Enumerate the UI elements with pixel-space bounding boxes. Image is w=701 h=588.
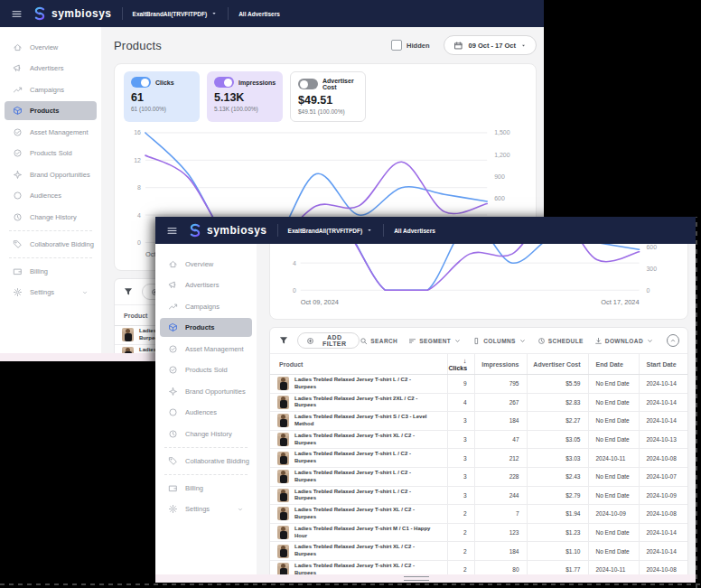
product-name: Ladies Trebled Relaxed Jersey T-shirt XL… <box>294 507 432 521</box>
sidebar-item-audiences[interactable]: Audiences <box>5 186 97 205</box>
table-row[interactable]: Ladies Trebled Relaxed Jersey T-shirt L … <box>270 449 687 468</box>
menu-icon[interactable] <box>11 8 23 20</box>
advertiser-scope[interactable]: All Advertisers <box>238 11 280 17</box>
column-header-start-date[interactable]: Start Date <box>639 354 687 375</box>
columns-button[interactable]: COLUMNS <box>472 337 527 345</box>
advertiser-cost-toggle[interactable] <box>298 79 318 89</box>
metric-detail: $49.51 (100.00%) <box>298 108 358 115</box>
account-name: ExaltBrandAll(TRVFITPDF) <box>288 228 363 234</box>
cell-cost: $3.03 <box>527 449 588 468</box>
topbar-divider <box>383 224 384 237</box>
column-header-product[interactable]: Product <box>270 354 447 375</box>
sidebar-item-collaborative-bidding[interactable]: Collaborative Bidding <box>5 235 97 254</box>
add-filter-button[interactable]: ADD FILTER <box>297 332 360 349</box>
sidebar-item-campaigns[interactable]: Campaigns <box>160 297 252 316</box>
sidebar-item-change-history[interactable]: Change History <box>5 208 97 227</box>
date-range-picker[interactable]: 09 Oct - 17 Oct <box>444 35 537 55</box>
cell-start-date: 2024-10-14 <box>639 523 687 542</box>
date-range-value: 09 Oct - 17 Oct <box>468 42 516 50</box>
megaphone-icon <box>13 63 23 73</box>
cell-end-date: 2024-10-11 <box>588 449 639 468</box>
table-header-row: Product ↓ Clicks Impressions Advertiser … <box>270 354 687 375</box>
sidebar-divider <box>164 474 248 475</box>
sidebar-item-billing[interactable]: Billing <box>160 479 252 498</box>
selection-marquee-right <box>696 217 697 588</box>
cell-clicks: 3 <box>447 449 474 468</box>
cell-impressions: 228 <box>474 467 527 486</box>
checkbox-icon[interactable] <box>391 40 402 51</box>
column-header-end-date[interactable]: End Date <box>588 354 639 375</box>
sidebar-item-products-sold[interactable]: Products Sold <box>160 360 252 379</box>
product-thumbnail <box>277 489 289 502</box>
schedule-button[interactable]: SCHEDULE <box>537 337 584 345</box>
hidden-checkbox[interactable]: Hidden <box>391 40 429 51</box>
sidebar-item-audiences[interactable]: Audiences <box>160 403 252 422</box>
filter-icon[interactable] <box>278 335 289 346</box>
table-row[interactable]: Ladies Trebled Relaxed Jersey T-shirt L … <box>270 486 687 505</box>
sidebar-item-asset-management[interactable]: Asset Management <box>5 123 97 142</box>
account-picker[interactable]: ExaltBrandAll(TRVFITPDF) <box>288 227 374 234</box>
sidebar-item-asset-management[interactable]: Asset Management <box>160 340 252 359</box>
sidebar-item-settings[interactable]: Settings <box>160 499 252 518</box>
chevron-down-icon <box>519 337 527 345</box>
page-header-actions: Hidden 09 Oct - 17 Oct <box>391 35 537 55</box>
sidebar-item-advertisers[interactable]: Advertisers <box>160 275 252 294</box>
filter-icon[interactable] <box>123 286 134 297</box>
table-row[interactable]: Ladies Trebled Relaxed Jersey T-shirt XL… <box>270 430 687 449</box>
sidebar-item-label: Audiences <box>30 191 61 200</box>
table-row[interactable]: Ladies Trebled Relaxed Jersey T-shirt M … <box>270 523 687 542</box>
sidebar-item-settings[interactable]: Settings <box>5 283 97 302</box>
menu-icon[interactable] <box>166 225 178 237</box>
sidebar-item-overview[interactable]: Overview <box>5 38 97 57</box>
add-filter-label: ADD FILTER <box>318 334 350 347</box>
search-button[interactable]: SEARCH <box>360 337 397 345</box>
scrollbar-thumb[interactable] <box>404 576 429 581</box>
sidebar-item-label: Change History <box>185 430 232 438</box>
download-button[interactable]: DOWNLOAD <box>594 337 654 345</box>
schedule-icon <box>537 337 546 345</box>
sidebar-item-change-history[interactable]: Change History <box>160 425 252 443</box>
sidebar-item-products[interactable]: Products <box>160 318 252 337</box>
advertiser-scope[interactable]: All Advertisers <box>394 228 435 234</box>
table-row[interactable]: Ladies Trebled Relaxed Jersey T-shirt 2X… <box>270 393 687 412</box>
table-row[interactable]: Ladies Trebled Relaxed Jersey T-shirt XL… <box>270 542 687 561</box>
product-name: Ladies Trebled Relaxed Jersey T-shirt 2X… <box>294 396 432 410</box>
sidebar-item-overview[interactable]: Overview <box>160 255 252 274</box>
page-header: Products Hidden 09 Oct - 17 Oct <box>114 27 537 63</box>
impressions-toggle[interactable] <box>214 77 234 88</box>
table-toolbar: ADD FILTER SEARCH SEGMENT <box>270 328 687 354</box>
segment-button[interactable]: SEGMENT <box>408 337 462 345</box>
plus-circle-icon <box>306 337 314 345</box>
sidebar-item-brand-opportunities[interactable]: Brand Opportunities <box>160 382 252 401</box>
sidebar-item-collaborative-bidding[interactable]: Collaborative Bidding <box>160 452 252 471</box>
horizontal-scrollbar[interactable] <box>155 574 696 583</box>
top-nav-bar: symbiosys ExaltBrandAll(TRVFITPDF) All A… <box>0 0 544 27</box>
sidebar-item-brand-opportunities[interactable]: Brand Opportunities <box>5 165 97 184</box>
collapse-table-button[interactable] <box>667 334 679 347</box>
account-picker[interactable]: ExaltBrandAll(TRVFITPDF) <box>133 10 219 17</box>
clicks-toggle[interactable] <box>131 77 151 88</box>
sidebar-item-advertisers[interactable]: Advertisers <box>5 59 97 78</box>
sidebar-item-billing[interactable]: Billing <box>5 262 97 281</box>
cell-clicks: 9 <box>447 375 474 394</box>
column-header-impressions[interactable]: Impressions <box>474 354 527 375</box>
table-row[interactable]: Ladies Trebled Relaxed Jersey T-shirt L … <box>270 467 687 486</box>
sidebar-item-products-sold[interactable]: Products Sold <box>5 144 97 163</box>
table-row[interactable]: Ladies Trebled Relaxed Jersey T-shirt L … <box>270 375 687 394</box>
product-thumbnail <box>277 526 289 539</box>
cell-start-date: 2024-10-14 <box>639 412 687 431</box>
spark-icon <box>168 387 178 397</box>
table-row[interactable]: Ladies Trebled Relaxed Jersey T-shirt XL… <box>270 505 687 524</box>
gear-icon <box>13 287 23 297</box>
product-thumbnail <box>277 507 289 520</box>
column-header-advertiser-cost[interactable]: Advertiser Cost <box>527 354 588 375</box>
sidebar-item-campaigns[interactable]: Campaigns <box>5 80 97 99</box>
table-row[interactable]: Ladies Trebled Relaxed Jersey T-shirt S … <box>270 412 687 431</box>
sidebar-item-label: Collaborative Bidding <box>30 240 94 248</box>
svg-text:4: 4 <box>137 212 141 219</box>
sidebar-item-label: Products Sold <box>185 366 228 374</box>
sidebar-item-products[interactable]: Products <box>5 101 97 120</box>
column-header-clicks[interactable]: ↓ Clicks <box>447 354 474 375</box>
cell-cost: $1.10 <box>527 542 588 561</box>
cell-start-date: 2024-10-07 <box>639 467 687 486</box>
